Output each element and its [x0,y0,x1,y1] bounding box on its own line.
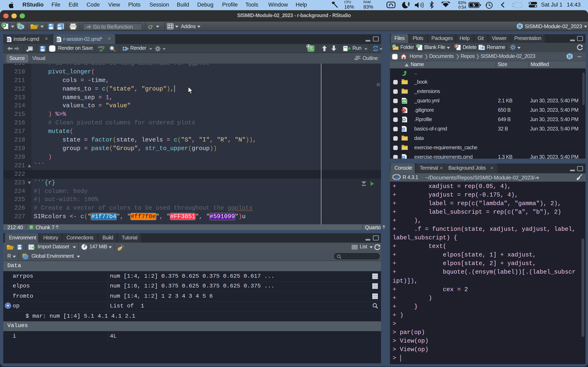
svg-text:R: R [568,54,571,59]
svg-text:R: R [518,24,522,29]
svg-text:R: R [395,175,399,181]
svg-text:YML: YML [402,100,407,103]
